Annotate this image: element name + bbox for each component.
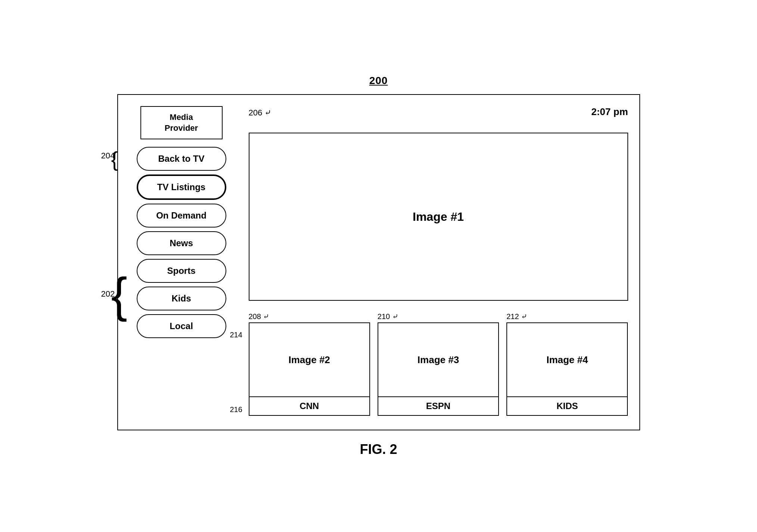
back-to-tv-button[interactable]: Back to TV [137,147,226,171]
channel-label-cnn: CNN [249,397,370,416]
label-216: 216 [230,405,242,414]
on-demand-button[interactable]: On Demand [137,204,226,228]
brace-204: { [111,149,118,170]
image-box-4: Image #4 [506,322,628,397]
main-image-label: Image #1 [413,210,464,224]
label-208: 208 ⤶ [249,312,370,321]
tv-listings-button[interactable]: TV Listings [137,174,226,200]
channel-label-kids: KIDS [506,397,628,416]
thumbnail-item-2: 210 ⤶ Image #3 ESPN [378,312,499,416]
fig-caption: FIG. 2 [360,442,397,457]
image-box-2: Image #2 [249,322,370,397]
kids-button[interactable]: Kids [137,287,226,310]
diagram-title: 200 [369,75,388,87]
label-210: 210 ⤶ [378,312,499,321]
label-206: 206 ⤶ [249,108,628,118]
main-image-box: Image #1 [249,133,628,301]
label-212: 212 ⤶ [506,312,628,321]
image-box-3: Image #3 [378,322,499,397]
news-button[interactable]: News [137,231,226,255]
brace-202: { [111,270,127,319]
sports-button[interactable]: Sports [137,259,226,283]
content-area: 2:07 pm 206 ⤶ Image #1 214 216 208 ⤶ Ima… [249,106,628,418]
local-button[interactable]: Local [137,314,226,338]
thumbnail-row: 214 216 208 ⤶ Image #2 CNN 210 ⤶ Image #… [249,312,628,416]
label-214: 214 [230,331,242,339]
channel-label-espn: ESPN [378,397,499,416]
thumbnail-item-1: 208 ⤶ Image #2 CNN [249,312,370,416]
thumbnail-item-3: 212 ⤶ Image #4 KIDS [506,312,628,416]
media-provider-box: Media Provider [140,106,223,139]
sidebar: 204 { Media Provider Back to TV TV Listi… [129,106,234,418]
time-display: 2:07 pm [591,106,628,118]
outer-box: 204 { Media Provider Back to TV TV Listi… [117,94,640,430]
